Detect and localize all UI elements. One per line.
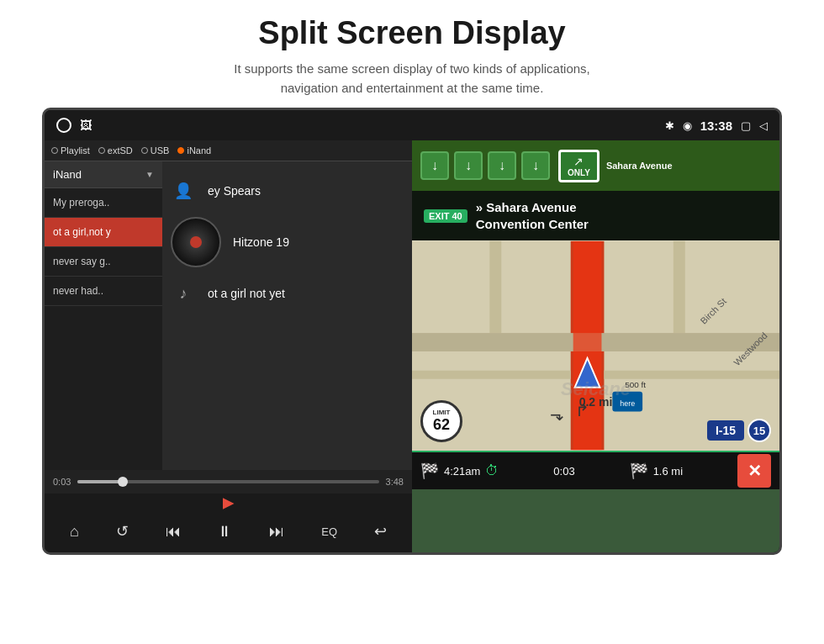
storage-selector[interactable]: iNand ▼ [45, 161, 162, 188]
location-icon: ◉ [683, 119, 692, 132]
repeat-button[interactable]: ↺ [109, 519, 135, 544]
distance-to-turn: 0.2 mi [579, 395, 613, 409]
elapsed-section: 0:03 [553, 465, 574, 478]
eq-button[interactable]: EQ [314, 522, 344, 541]
main-area: iNand ▼ My preroga.. ot a girl,not y nev… [45, 161, 412, 470]
remaining-distance: 1.6 mi [653, 465, 683, 478]
artist-icon: 👤 [171, 178, 196, 203]
playlist-item-3[interactable]: never had.. [45, 277, 162, 306]
progress-bar[interactable] [77, 480, 378, 483]
track-info: 👤 ey Spears Hitzone 19 ♪ [171, 178, 404, 306]
artist-row: 👤 ey Spears [171, 178, 404, 203]
nav-arrow-3: ↓ [488, 151, 516, 180]
only-arrow-icon: ↗ [573, 155, 584, 168]
source-tab-playlist[interactable]: Playlist [51, 145, 90, 156]
progress-total: 3:48 [386, 477, 404, 487]
sahara-label: Sahara Avenue [606, 161, 673, 171]
music-note-icon: ♪ [171, 281, 196, 306]
only-sign: ↗ ONLY [558, 150, 600, 182]
speed-limit-value: 62 [433, 416, 450, 434]
speed-limit-sign: LIMIT 62 [420, 400, 462, 442]
back-icon: ◁ [759, 119, 768, 132]
source-tabs: Playlist extSD USB iNand [45, 140, 412, 161]
nav-bottom-bar: 🏁 4:21am ⏱ 0:03 🏁 1.6 mi ✕ [412, 451, 779, 489]
page-header: Split Screen Display It supports the sam… [0, 0, 824, 108]
nav-instruction: EXIT 40 » Sahara Avenue Convention Cente… [412, 191, 779, 240]
map-area: Birch St Westwood here 500 ft ⬎ ↱ LIMIT … [412, 240, 779, 451]
nav-arrow-4: ↓ [521, 151, 550, 180]
track-row-item: ♪ ot a girl not yet [171, 281, 404, 306]
playback-indicator [223, 498, 235, 509]
prev-button[interactable]: ⏮ [159, 520, 188, 544]
navigation-panel: ↓ ↓ ↓ ↓ ↗ ONLY Sahara Avenue EXIT 40 » S… [412, 140, 779, 552]
nav-arrow-2: ↓ [454, 151, 483, 180]
controls-bar: ⌂ ↺ ⏮ ⏸ ⏭ EQ ↩ [45, 510, 412, 552]
page-subtitle: It supports the same screen display of t… [50, 60, 774, 98]
radio-dot-inand [177, 147, 184, 154]
playlist-item-0[interactable]: My preroga.. [45, 188, 162, 218]
speed-limit-label: LIMIT [433, 409, 451, 416]
nav-street-info: » Sahara Avenue Convention Center [476, 199, 589, 232]
eta-section: 🏁 4:21am ⏱ [420, 462, 499, 480]
track-name: ot a girl not yet [208, 287, 285, 300]
exit-badge: EXIT 40 [424, 209, 467, 223]
eta-time: 4:21am [444, 465, 480, 478]
status-time: 13:38 [700, 119, 732, 133]
home-button[interactable]: ⌂ [63, 520, 86, 544]
progress-thumb [118, 477, 128, 487]
home-circle-icon [56, 118, 71, 133]
player-content: 👤 ey Spears Hitzone 19 ♪ [162, 161, 412, 470]
next-button[interactable]: ⏭ [262, 520, 291, 544]
dist-section: 🏁 1.6 mi [630, 462, 683, 480]
nav-arrow-1: ↓ [420, 151, 449, 180]
flag-icon-left: 🏁 [420, 462, 439, 480]
i15-text: I-15 [707, 420, 744, 441]
playlist-sidebar: iNand ▼ My preroga.. ot a girl,not y nev… [45, 161, 162, 470]
clock-icon: ⏱ [485, 463, 499, 478]
elapsed-time: 0:03 [553, 465, 574, 478]
highway-shield: I-15 15 [707, 419, 771, 442]
progress-current: 0:03 [53, 477, 71, 487]
artist-name: ey Spears [208, 184, 261, 198]
device-frame: 🖼 ✱ ◉ 13:38 ▢ ◁ Playlist extSD [42, 108, 782, 555]
storage-label: iNand [53, 168, 82, 181]
progress-section: 0:03 3:48 [45, 470, 412, 494]
playlist-item-1[interactable]: ot a girl,not y [45, 218, 162, 247]
music-player-panel: Playlist extSD USB iNand [45, 140, 412, 552]
bluetooth-icon: ✱ [665, 119, 674, 132]
svg-text:⬎: ⬎ [550, 405, 564, 424]
image-icon: 🖼 [80, 119, 92, 132]
svg-text:here: here [620, 399, 635, 408]
chevron-down-icon: ▼ [145, 170, 154, 179]
radio-dot-extsd [98, 147, 105, 154]
pause-button[interactable]: ⏸ [210, 520, 239, 544]
playlist-item-2[interactable]: never say g.. [45, 247, 162, 277]
source-tab-usb[interactable]: USB [141, 145, 170, 156]
flag-icon-right: 🏁 [630, 462, 648, 480]
svg-text:500 ft: 500 ft [625, 380, 646, 389]
album-row: Hitzone 19 [171, 217, 404, 267]
split-container: Playlist extSD USB iNand [45, 140, 779, 552]
page-title: Split Screen Display [50, 15, 774, 51]
source-tab-extsd[interactable]: extSD [98, 145, 133, 156]
radio-dot-usb [141, 147, 148, 154]
status-right: ✱ ◉ 13:38 ▢ ◁ [665, 119, 768, 133]
nav-street-line2: Convention Center [476, 216, 589, 233]
status-bar: 🖼 ✱ ◉ 13:38 ▢ ◁ [45, 110, 779, 140]
window-icon: ▢ [741, 119, 751, 132]
route-15-badge: 15 [747, 419, 771, 442]
album-art-center [190, 236, 202, 248]
progress-bar-container: 0:03 3:48 [53, 477, 404, 487]
album-name: Hitzone 19 [233, 235, 289, 249]
album-art [171, 217, 221, 267]
back-button[interactable]: ↩ [367, 519, 394, 544]
nav-arrows: ↓ ↓ ↓ ↓ [420, 151, 550, 180]
nav-top-banner: ↓ ↓ ↓ ↓ ↗ ONLY Sahara Avenue [412, 140, 779, 191]
status-left: 🖼 [56, 118, 92, 133]
radio-dot-playlist [51, 147, 58, 154]
nav-street-line1: » Sahara Avenue [476, 199, 589, 216]
progress-fill [77, 480, 123, 483]
close-button[interactable]: ✕ [737, 454, 771, 488]
source-tab-inand[interactable]: iNand [177, 145, 211, 156]
only-text: ONLY [568, 168, 590, 177]
